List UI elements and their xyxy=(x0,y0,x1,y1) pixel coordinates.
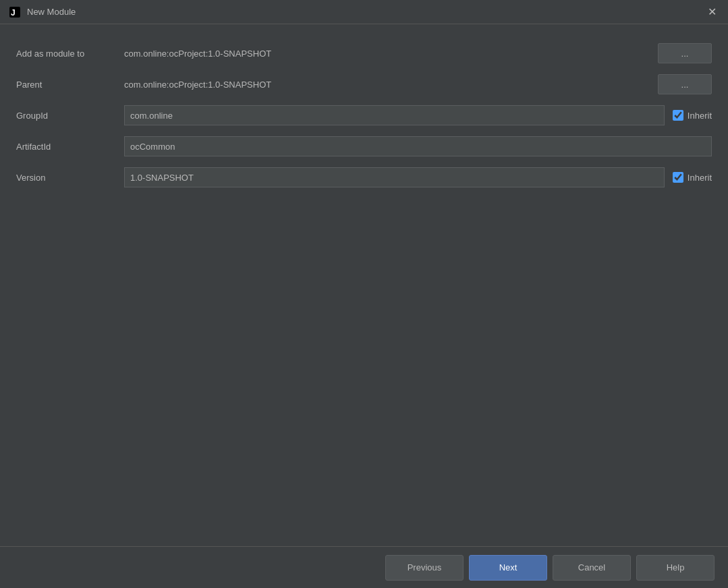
add-as-module-browse-button[interactable]: ... xyxy=(658,43,712,63)
version-row: Version Inherit xyxy=(16,162,712,193)
groupid-input-group: Inherit xyxy=(124,105,712,125)
content-spacer xyxy=(16,193,712,533)
dialog-title: New Module xyxy=(27,7,76,17)
groupid-inherit-label: Inherit xyxy=(688,111,712,121)
app-icon: J xyxy=(8,5,22,19)
parent-label: Parent xyxy=(16,80,124,90)
svg-text:J: J xyxy=(11,8,16,18)
parent-browse-button[interactable]: ... xyxy=(658,74,712,94)
form-area: Add as module to com.online:ocProject:1.… xyxy=(16,38,712,193)
cancel-button[interactable]: Cancel xyxy=(553,555,631,581)
artifactid-row: ArtifactId xyxy=(16,131,712,162)
next-button[interactable]: Next xyxy=(469,555,547,581)
version-inherit-group: Inherit xyxy=(673,172,712,183)
version-inherit-checkbox[interactable] xyxy=(673,172,683,183)
version-label: Version xyxy=(16,173,124,183)
groupid-row: GroupId Inherit xyxy=(16,100,712,131)
title-bar-left: J New Module xyxy=(8,5,76,19)
add-as-module-row: Add as module to com.online:ocProject:1.… xyxy=(16,38,712,69)
groupid-input[interactable] xyxy=(124,105,665,125)
help-button[interactable]: Help xyxy=(636,555,715,581)
add-as-module-value: com.online:ocProject:1.0-SNAPSHOT xyxy=(124,49,650,59)
groupid-label: GroupId xyxy=(16,111,124,121)
artifactid-input[interactable] xyxy=(124,136,712,156)
version-input-group: Inherit xyxy=(124,167,712,187)
groupid-inherit-group: Inherit xyxy=(673,110,712,121)
dialog-content: Add as module to com.online:ocProject:1.… xyxy=(0,24,728,546)
artifactid-label: ArtifactId xyxy=(16,142,124,152)
groupid-inherit-checkbox[interactable] xyxy=(673,110,683,121)
add-as-module-label: Add as module to xyxy=(16,49,124,59)
parent-row: Parent com.online:ocProject:1.0-SNAPSHOT… xyxy=(16,69,712,100)
close-button[interactable]: ✕ xyxy=(704,4,720,20)
previous-button[interactable]: Previous xyxy=(385,555,464,581)
version-input[interactable] xyxy=(124,167,665,187)
title-bar: J New Module ✕ xyxy=(0,0,728,24)
version-inherit-label: Inherit xyxy=(688,173,712,183)
button-bar: Previous Next Cancel Help xyxy=(0,546,728,588)
parent-value: com.online:ocProject:1.0-SNAPSHOT xyxy=(124,80,650,90)
